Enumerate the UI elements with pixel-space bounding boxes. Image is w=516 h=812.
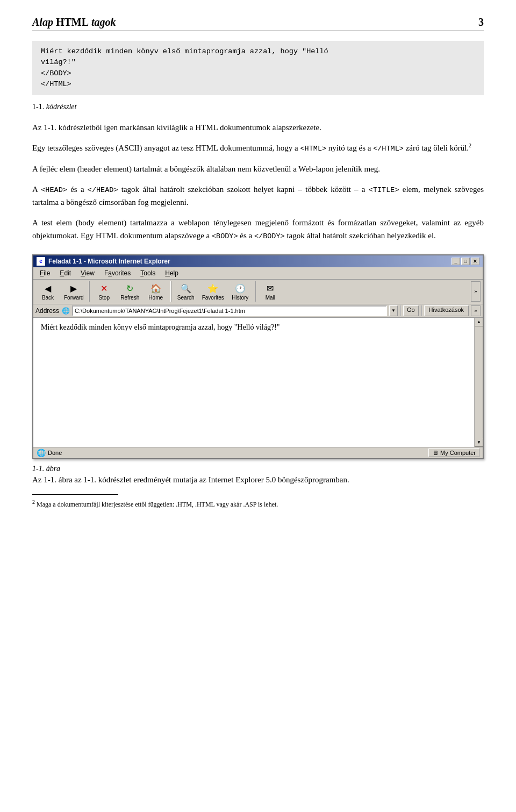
toolbar-extend: » — [471, 281, 481, 302]
figure-caption-text: Az 1-1. ábra az 1-1. kódrészlet eredmény… — [32, 475, 484, 485]
paragraph-1: Az 1-1. kódrészletből igen markánsan kiv… — [32, 121, 484, 134]
mail-label: Mail — [266, 295, 275, 301]
browser-statusbar: 🌐 Done 🖥 My Computer — [33, 447, 483, 458]
stop-label: Stop — [98, 295, 110, 301]
page-title: Alap HTML tagok — [32, 16, 116, 29]
menu-file[interactable]: File — [35, 268, 54, 278]
menu-help[interactable]: Help — [161, 268, 183, 278]
menu-edit[interactable]: Edit — [55, 268, 75, 278]
browser-toolbar: ◀ Back ▶ Forward ✕ Stop ↻ Refresh 🏠 Home — [33, 280, 483, 304]
statusbar-text: Done — [48, 450, 62, 456]
history-icon: 🕐 — [234, 283, 247, 295]
toolbar-separator-3 — [255, 281, 256, 302]
back-button[interactable]: ◀ Back — [35, 281, 60, 302]
footnote: 2 Maga a dokumentumfájl kiterjesztése et… — [32, 498, 484, 509]
favorites-label: Favorites — [202, 295, 224, 301]
statusbar-icon: 🌐 — [37, 448, 46, 457]
code-title: <TITLE> — [369, 186, 399, 194]
titlebar-text: Feladat 1-1 - Microsoft Internet Explore… — [48, 258, 170, 265]
menu-view[interactable]: View — [76, 268, 99, 278]
toolbar-separator-2 — [170, 281, 171, 302]
titlebar-controls[interactable]: _ □ ✕ — [452, 258, 479, 265]
ie-icon: e — [37, 257, 45, 266]
browser-main-area: Miért kezdődik minden könyv első mintapr… — [33, 318, 483, 447]
links-button[interactable]: Hivatkozások — [424, 305, 469, 316]
paragraph-3: A fejléc elem (header element) tartalmát… — [32, 162, 484, 175]
mail-icon: ✉ — [264, 283, 277, 295]
code-head-close: </HEAD> — [88, 186, 118, 194]
paragraph-4: A <HEAD> és a </HEAD> tagok által határo… — [32, 183, 484, 209]
search-icon: 🔍 — [180, 283, 192, 295]
menu-tools[interactable]: Tools — [136, 268, 160, 278]
refresh-icon: ↻ — [124, 283, 137, 295]
back-icon: ◀ — [41, 283, 54, 295]
stop-icon: ✕ — [98, 283, 111, 295]
statusbar-computer-text: My Computer — [440, 450, 476, 456]
address-separator-2 — [421, 305, 422, 316]
browser-window: e Feladat 1-1 - Microsoft Internet Explo… — [32, 254, 484, 459]
browser-scrollbar[interactable]: ▲ ▼ — [474, 318, 483, 447]
code-body-open: <BODY> — [212, 232, 238, 240]
home-label: Home — [148, 295, 163, 301]
refresh-label: Refresh — [120, 295, 139, 301]
address-label: Address — [35, 307, 59, 315]
code-html-close: </HTML> — [373, 145, 404, 153]
forward-icon: ▶ — [67, 283, 80, 295]
paragraph-2: Egy tetszőleges szöveges (ASCII) anyagot… — [32, 141, 484, 155]
paragraph-5: A test elem (body element) tartalmazza a… — [32, 216, 484, 243]
code-head-open: <HEAD> — [41, 186, 67, 194]
forward-label: Forward — [64, 295, 84, 301]
statusbar-right: 🖥 My Computer — [428, 448, 479, 457]
menu-favorites[interactable]: Favorites — [100, 268, 135, 278]
footnote-ref-2: 2 — [469, 143, 471, 148]
mail-button[interactable]: ✉ Mail — [258, 281, 283, 302]
toolbar-extend-button[interactable]: » — [471, 281, 481, 302]
maximize-button[interactable]: □ — [461, 258, 470, 265]
stop-button[interactable]: ✕ Stop — [92, 281, 117, 302]
browser-menubar: File Edit View Favorites Tools Help — [33, 267, 483, 280]
address-extend-button[interactable]: » — [471, 305, 481, 316]
page-number: 3 — [478, 16, 484, 29]
statusbar-left: 🌐 Done — [37, 448, 62, 457]
page-header: Alap HTML tagok 3 — [32, 16, 484, 31]
back-label: Back — [42, 295, 54, 301]
close-button[interactable]: ✕ — [471, 258, 479, 265]
footnote-superscript: 2 — [32, 499, 35, 505]
titlebar-left: e Feladat 1-1 - Microsoft Internet Explo… — [37, 257, 170, 266]
address-dropdown[interactable]: ▼ — [389, 305, 398, 316]
scroll-thumb — [475, 326, 483, 438]
computer-icon: 🖥 — [432, 450, 438, 456]
history-label: History — [232, 295, 248, 301]
home-button[interactable]: 🏠 Home — [144, 281, 168, 302]
code-body-close: </BODY> — [254, 232, 285, 240]
scroll-down-button[interactable]: ▼ — [475, 438, 483, 447]
caption-label: 1-1. kódrészlet — [32, 103, 76, 111]
go-button[interactable]: Go — [403, 305, 419, 316]
address-page-icon: 🌐 — [61, 307, 70, 315]
browser-content-text: Miért kezdődik minden könyv első mintapr… — [41, 323, 467, 332]
address-separator — [400, 305, 401, 316]
minimize-button[interactable]: _ — [452, 258, 460, 265]
scroll-up-button[interactable]: ▲ — [475, 318, 483, 326]
figure-label: 1-1. ábra — [32, 465, 484, 473]
address-input[interactable] — [72, 305, 387, 316]
search-label: Search — [177, 295, 195, 301]
home-icon: 🏠 — [149, 283, 162, 295]
browser-addressbar: Address 🌐 ▼ Go Hivatkozások » — [33, 304, 483, 318]
footnote-text: Maga a dokumentumfájl kiterjesztése ettő… — [37, 501, 278, 508]
code-block: Miért kezdődik minden könyv első mintapr… — [32, 41, 484, 95]
browser-content: Miért kezdődik minden könyv első mintapr… — [33, 318, 474, 447]
favorites-icon: ⭐ — [206, 283, 219, 295]
refresh-button[interactable]: ↻ Refresh — [118, 281, 142, 302]
favorites-button[interactable]: ⭐ Favorites — [199, 281, 227, 302]
forward-button[interactable]: ▶ Forward — [61, 281, 87, 302]
history-button[interactable]: 🕐 History — [228, 281, 253, 302]
browser-titlebar: e Feladat 1-1 - Microsoft Internet Explo… — [33, 255, 483, 267]
search-button[interactable]: 🔍 Search — [174, 281, 198, 302]
footnote-separator — [32, 494, 118, 495]
code-caption: 1-1. kódrészlet — [32, 103, 484, 111]
code-html-open: <HTML> — [300, 145, 326, 153]
toolbar-separator-1 — [89, 281, 90, 302]
